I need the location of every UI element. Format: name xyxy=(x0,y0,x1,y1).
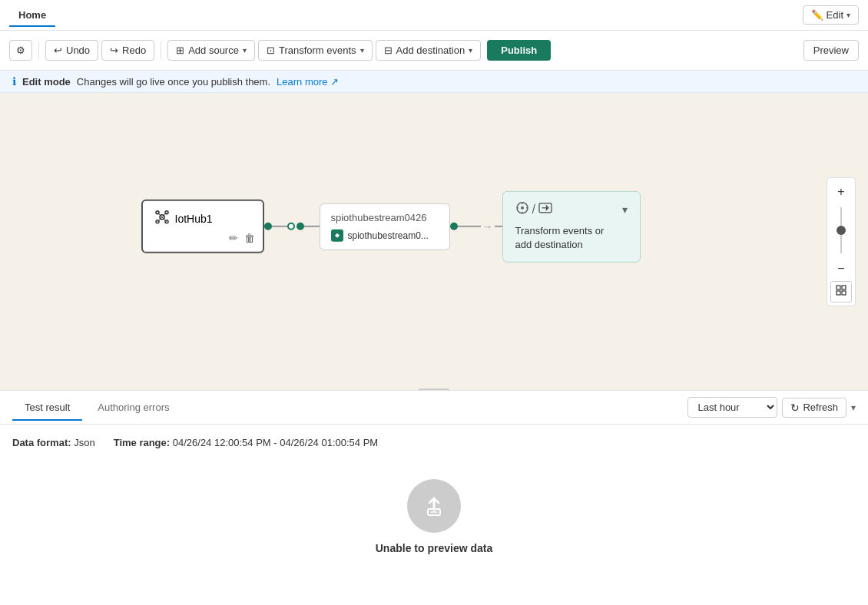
connector-dot-left xyxy=(264,223,272,230)
arrow-right-box-icon xyxy=(538,201,552,218)
connector-line-3 xyxy=(458,226,481,227)
transform-icons: / xyxy=(515,201,552,218)
add-source-arrow: ▾ xyxy=(243,46,247,55)
data-format-label: Data format: xyxy=(12,437,71,448)
publish-label: Publish xyxy=(501,45,537,56)
zoom-slider-thumb xyxy=(837,226,846,235)
stream-item-label: spiothubestream0... xyxy=(348,230,429,241)
stream-item: spiothubestream0... xyxy=(331,230,439,242)
connector-dot-mid1 xyxy=(287,223,295,230)
transform-node-header: / ▾ xyxy=(515,201,628,218)
drag-handle[interactable] xyxy=(419,388,449,390)
zoom-in-button[interactable]: + xyxy=(830,181,852,203)
title-bar: Home ✏️ Edit ▾ xyxy=(0,0,868,31)
time-range-select[interactable]: Last hour Last 6 hours Last 24 hours xyxy=(687,397,777,418)
add-destination-label: Add destination xyxy=(396,45,465,56)
refresh-label: Refresh xyxy=(803,402,838,413)
connector-2: → xyxy=(450,220,502,233)
add-source-label: Add source xyxy=(188,45,239,56)
fit-icon xyxy=(836,285,846,298)
preview-label: Preview xyxy=(813,45,849,56)
panel-content: Data format: Json Time range: 04/26/24 1… xyxy=(0,425,868,582)
data-format-value-text: Json xyxy=(74,437,94,448)
svg-point-17 xyxy=(433,510,435,511)
stream-title: spiothubestream0426 xyxy=(331,212,439,223)
svg-rect-15 xyxy=(842,291,846,295)
add-destination-arrow: ▾ xyxy=(469,46,472,55)
slash-divider: / xyxy=(532,203,535,217)
edit-node-button[interactable]: ✏ xyxy=(229,232,238,244)
connector-dot-mid2 xyxy=(297,223,304,230)
empty-state-text: Unable to preview data xyxy=(376,542,492,554)
edit-banner-message: Changes will go live once you publish th… xyxy=(77,76,270,88)
settings-button[interactable]: ⚙ xyxy=(9,40,32,61)
refresh-button[interactable]: ↻ Refresh xyxy=(782,398,846,418)
bottom-panel: Test result Authoring errors Last hour L… xyxy=(0,390,868,605)
panel-tab-right: Last hour Last 6 hours Last 24 hours ↻ R… xyxy=(687,397,856,418)
edit-banner: ℹ Edit mode Changes will go live once yo… xyxy=(0,71,868,93)
no-data-icon-circle xyxy=(407,479,461,533)
panel-chevron-down[interactable]: ▾ xyxy=(851,402,856,413)
transform-events-arrow: ▾ xyxy=(360,46,364,55)
connector-line-4 xyxy=(495,226,502,227)
transform-text-line2: add destination xyxy=(515,239,583,250)
delete-node-button[interactable]: 🗑 xyxy=(244,232,255,244)
settings-circle-icon xyxy=(515,201,529,218)
svg-rect-12 xyxy=(837,286,840,289)
time-range-value-text: 04/26/24 12:00:54 PM - 04/26/24 01:00:54… xyxy=(173,437,378,448)
refresh-icon: ↻ xyxy=(790,402,800,414)
add-source-icon: ⊞ xyxy=(176,45,184,56)
zoom-out-button[interactable]: − xyxy=(830,258,852,279)
info-icon: ℹ xyxy=(12,75,16,88)
svg-rect-13 xyxy=(842,286,846,289)
time-range-item: Time range: 04/26/24 12:00:54 PM - 04/26… xyxy=(114,437,379,448)
transform-body: Transform events or add destination xyxy=(515,224,628,252)
connector-dot-right xyxy=(450,223,458,230)
transform-chevron[interactable]: ▾ xyxy=(622,203,628,216)
transform-text-line1: Transform events or xyxy=(515,225,605,236)
source-node-header: IotHub1 xyxy=(155,210,250,227)
source-name: IotHub1 xyxy=(175,213,213,225)
connector-line-1 xyxy=(272,226,287,227)
preview-button[interactable]: Preview xyxy=(803,40,859,61)
node-actions: ✏ 🗑 xyxy=(229,232,255,244)
panel-tabs: Test result Authoring errors Last hour L… xyxy=(0,391,868,425)
toolbar: ⚙ ↩ Undo ↪ Redo ⊞ Add source ▾ ⊡ Transfo… xyxy=(0,31,868,71)
hub-icon xyxy=(155,210,169,227)
stream-node[interactable]: spiothubestream0426 spiothubestream0... xyxy=(320,203,450,250)
zoom-controls: + − xyxy=(827,177,856,306)
edit-button[interactable]: ✏️ Edit ▾ xyxy=(803,5,859,25)
tab-test-result[interactable]: Test result xyxy=(12,394,82,421)
canvas: IotHub1 ✏ 🗑 spiothubestream0426 spiothub… xyxy=(0,93,868,390)
undo-button[interactable]: ↩ Undo xyxy=(45,40,98,61)
connector-1 xyxy=(264,223,320,230)
svg-point-10 xyxy=(521,207,524,210)
add-source-button[interactable]: ⊞ Add source ▾ xyxy=(167,40,255,61)
add-destination-icon: ⊟ xyxy=(384,45,393,56)
flow-container: IotHub1 ✏ 🗑 spiothubestream0426 spiothub… xyxy=(141,191,641,262)
tab-authoring-errors[interactable]: Authoring errors xyxy=(85,394,181,421)
learn-more-link[interactable]: Learn more ↗ xyxy=(277,76,339,88)
edit-icon: ✏️ xyxy=(811,9,823,21)
source-node[interactable]: IotHub1 ✏ 🗑 xyxy=(141,200,264,253)
svg-rect-14 xyxy=(837,291,840,295)
edit-mode-label: Edit mode xyxy=(22,76,71,88)
zoom-fit-button[interactable] xyxy=(830,281,852,302)
time-range-label: Time range: xyxy=(114,437,170,448)
connector-line-2 xyxy=(304,226,320,227)
separator-2 xyxy=(161,41,161,60)
transform-node[interactable]: / ▾ Transform events or add destination xyxy=(502,191,641,262)
arrow-icon: → xyxy=(482,220,493,233)
publish-button[interactable]: Publish xyxy=(487,40,551,61)
empty-state: Unable to preview data xyxy=(12,464,856,570)
home-tab[interactable]: Home xyxy=(9,3,55,27)
undo-label: Undo xyxy=(66,45,90,56)
add-destination-button[interactable]: ⊟ Add destination ▾ xyxy=(376,40,482,61)
transform-events-button[interactable]: ⊡ Transform events ▾ xyxy=(258,40,373,61)
panel-meta: Data format: Json Time range: 04/26/24 1… xyxy=(12,437,856,448)
redo-label: Redo xyxy=(122,45,146,56)
redo-button[interactable]: ↪ Redo xyxy=(101,40,154,61)
gear-icon: ⚙ xyxy=(16,45,25,56)
redo-icon: ↪ xyxy=(110,45,118,56)
separator-1 xyxy=(38,41,39,60)
